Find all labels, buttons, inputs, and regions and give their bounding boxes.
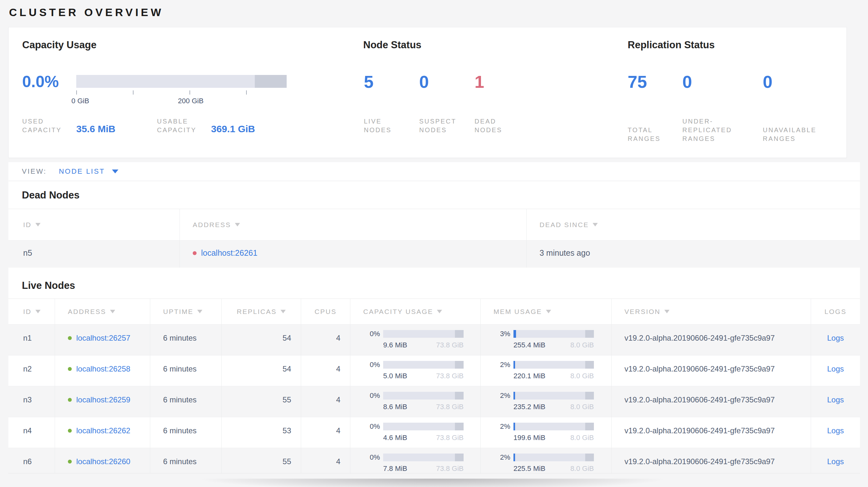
column-header-replicas[interactable]: REPLICAS [221, 299, 301, 324]
dead-nodes-label: DEAD NODES [474, 117, 529, 134]
chevron-down-icon [112, 169, 118, 173]
mem-usage-bar [514, 454, 594, 461]
version-cell: v19.2.0-alpha.20190606-2491-gfe735c9a97 [611, 448, 811, 474]
mem-usage-bar [514, 361, 594, 369]
node-status-section: Node Status 5 0 1 LIVE NODES SUSPECT NOD… [363, 39, 529, 158]
sort-desc-icon [110, 310, 115, 313]
replicas-cell: 55 [221, 386, 301, 417]
column-header-address[interactable]: ADDRESS [180, 209, 526, 240]
column-header-uptime[interactable]: UPTIME [150, 299, 221, 324]
usable-capacity-value: 369.1 GiB [211, 124, 255, 134]
node-address-link[interactable]: localhost:26259 [76, 395, 130, 404]
node-address-link[interactable]: localhost:26258 [76, 364, 130, 373]
mem-usage-bar [514, 330, 594, 338]
dead-since-cell: 3 minutes ago [526, 240, 860, 268]
table-row: n6 localhost:26260 6 minutes 55 4 0% 7.8… [8, 448, 860, 474]
column-header-version[interactable]: VERSION [611, 299, 811, 324]
node-id-cell: n5 [8, 240, 180, 268]
mem-usage-bar [514, 423, 594, 430]
live-nodes-count: 5 [363, 72, 418, 92]
node-address-link[interactable]: localhost:26260 [76, 457, 130, 466]
capacity-percent-value: 0.0% [22, 72, 76, 91]
node-id-cell: n4 [8, 417, 55, 448]
live-status-icon [68, 336, 72, 340]
uptime-cell: 6 minutes [150, 355, 221, 386]
sort-desc-icon [664, 310, 670, 313]
column-header-cpus: CPUS [301, 299, 350, 324]
replicas-cell: 55 [221, 448, 301, 474]
live-status-icon [68, 460, 72, 463]
table-row: n1 localhost:26257 6 minutes 54 4 0% 9.6… [8, 324, 860, 355]
unavailable-ranges-count: 0 [763, 72, 846, 92]
logs-link[interactable]: Logs [827, 426, 844, 435]
column-header-capacity-usage[interactable]: CAPACITY USAGE [350, 299, 480, 324]
version-cell: v19.2.0-alpha.20190606-2491-gfe735c9a97 [611, 386, 811, 417]
logs-link[interactable]: Logs [827, 333, 844, 342]
view-label: VIEW: [22, 167, 46, 175]
version-cell: v19.2.0-alpha.20190606-2491-gfe735c9a97 [611, 325, 811, 355]
live-nodes-header-row: ID ADDRESS UPTIME REPLICAS CPUS CAPACITY… [8, 298, 860, 324]
live-nodes-table: ID ADDRESS UPTIME REPLICAS CPUS CAPACITY… [8, 298, 860, 474]
replication-status-title: Replication Status [628, 39, 846, 51]
node-status-values: 5 0 1 [363, 72, 529, 92]
table-row: n2 localhost:26258 6 minutes 54 4 0% 5.0… [8, 355, 860, 386]
node-status-title: Node Status [363, 39, 529, 51]
capacity-usage-cell: 0% 5.0 MiB73.8 GiB [350, 355, 480, 386]
capacity-bar-reserved-segment [255, 75, 287, 88]
total-ranges-label: TOTAL RANGES [628, 126, 682, 143]
nodes-section: Dead Nodes ID ADDRESS DEAD SINCE n5 loca… [8, 181, 860, 474]
logs-link[interactable]: Logs [827, 457, 844, 466]
capacity-usage-cell: 0% 4.6 MiB73.8 GiB [350, 417, 480, 448]
usable-capacity-stat: USABLE CAPACITY 369.1 GiB [157, 117, 255, 134]
dead-nodes-count: 1 [474, 72, 529, 92]
axis-tick [246, 90, 247, 95]
node-address-link[interactable]: localhost:26261 [201, 248, 257, 257]
summary-card: Capacity Usage 0.0% 0 GiB 200 GiB [8, 27, 847, 158]
capacity-bar-track [76, 75, 287, 88]
capacity-usage-title: Capacity Usage [22, 39, 323, 51]
logs-link[interactable]: Logs [827, 364, 844, 373]
under-replicated-ranges-count: 0 [682, 72, 763, 92]
sort-desc-icon [593, 223, 598, 226]
node-address-link[interactable]: localhost:26262 [76, 426, 130, 435]
live-status-icon [68, 367, 72, 371]
usable-capacity-label: USABLE CAPACITY [157, 117, 211, 134]
under-replicated-ranges-label: UNDER- REPLICATED RANGES [682, 117, 763, 143]
uptime-cell: 6 minutes [150, 417, 221, 448]
total-ranges-count: 75 [628, 72, 682, 92]
used-capacity-stat: USED CAPACITY 35.6 MiB [22, 117, 157, 134]
table-row: n5 localhost:26261 3 minutes ago [8, 240, 860, 268]
used-capacity-value: 35.6 MiB [76, 124, 116, 134]
view-dropdown[interactable]: NODE LIST [59, 167, 118, 175]
node-address-link[interactable]: localhost:26257 [76, 333, 130, 342]
mem-usage-cell: 3% 255.4 MiB8.0 GiB [480, 325, 611, 355]
replication-values: 75 0 0 [628, 72, 846, 92]
capacity-usage-cell: 0% 8.6 MiB73.8 GiB [350, 386, 480, 417]
replication-status-section: Replication Status 75 0 0 TOTAL RANGES U… [628, 39, 846, 158]
logs-cell: Logs [811, 448, 860, 474]
node-address-cell: localhost:26261 [180, 240, 526, 268]
column-header-id[interactable]: ID [8, 299, 55, 324]
node-status-labels: LIVE NODES SUSPECT NODES DEAD NODES [363, 117, 529, 134]
live-nodes-label: LIVE NODES [363, 117, 418, 134]
view-dropdown-value[interactable]: NODE LIST [59, 167, 105, 175]
cpus-cell: 4 [301, 417, 350, 448]
live-status-icon [68, 429, 72, 433]
column-header-mem-usage[interactable]: MEM USAGE [480, 299, 611, 324]
live-status-icon [68, 398, 72, 402]
column-header-address[interactable]: ADDRESS [55, 299, 150, 324]
column-header-dead-since[interactable]: DEAD SINCE [526, 209, 860, 240]
mem-usage-cell: 2% 235.2 MiB8.0 GiB [480, 386, 611, 417]
replicas-cell: 54 [221, 355, 301, 386]
node-id-cell: n3 [8, 386, 55, 417]
dead-nodes-table: ID ADDRESS DEAD SINCE n5 localhost:26261… [8, 209, 860, 268]
sort-desc-icon [546, 310, 551, 313]
cpus-cell: 4 [301, 448, 350, 474]
sort-desc-icon [437, 310, 442, 313]
version-cell: v19.2.0-alpha.20190606-2491-gfe735c9a97 [611, 417, 811, 448]
logs-link[interactable]: Logs [827, 395, 844, 404]
column-header-id[interactable]: ID [8, 209, 180, 240]
node-address-cell: localhost:26259 [55, 386, 150, 417]
suspect-nodes-count: 0 [418, 72, 474, 92]
capacity-usage-cell: 0% 7.8 MiB73.8 GiB [350, 448, 480, 474]
